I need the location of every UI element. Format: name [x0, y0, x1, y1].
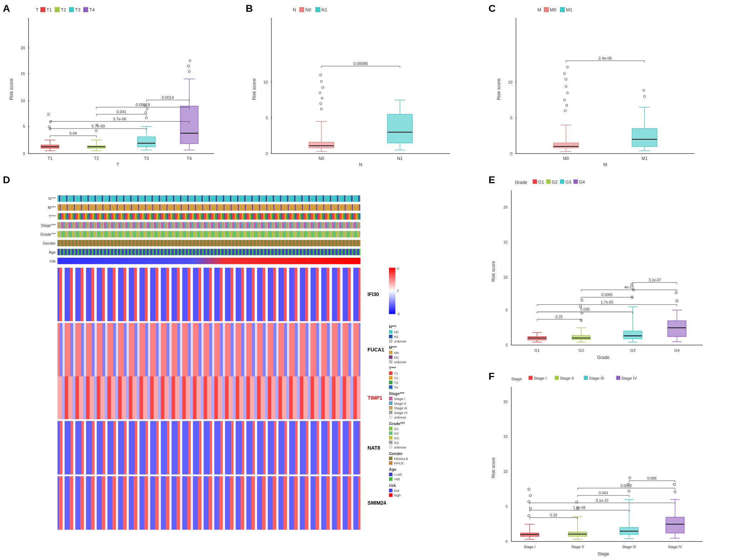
- panel-e-plot: Grade G1 G2 G3 G4 0 5 10 15 20 Risk scor…: [489, 175, 728, 364]
- x-tick-T1: T1: [47, 156, 52, 161]
- color-scale-mid: 2: [397, 289, 399, 292]
- outlier-T1-4: [47, 113, 50, 115]
- legend-T4-text-hm: T4: [394, 385, 398, 389]
- panel-a-plot: T T1 T2 T3 T4 0 5 10 15 20: [4, 4, 239, 168]
- pval-f2-label: 1.8e-06: [573, 506, 586, 510]
- legend-G1e-label: G1: [538, 180, 544, 185]
- legend-G1-heatmap: [389, 427, 392, 430]
- outlier-N0-5: [322, 86, 324, 89]
- y-axis-label-e: Risk score: [491, 261, 496, 282]
- outlier-SIII-1: [628, 490, 630, 492]
- legend-StageI-label: Stage I: [534, 376, 547, 380]
- box-M1: [632, 129, 657, 146]
- legend-title-N: N***: [389, 325, 396, 329]
- outlier-G4-1: [676, 300, 678, 302]
- outlier-T2-1: [95, 130, 97, 132]
- pval-b1-label: 0.00088: [354, 61, 368, 66]
- y-tick-10: 10: [21, 99, 25, 103]
- legend-N1-heatmap: [389, 335, 392, 338]
- outlier-SI-3: [528, 500, 530, 502]
- x-tick-G2: G2: [578, 348, 584, 352]
- legend-StageIII-label: Stage III: [589, 376, 604, 380]
- color-scale-bar: [389, 268, 395, 314]
- y-tick-b-5: 5: [266, 116, 268, 120]
- legend-StageIII-heatmap: [389, 406, 392, 410]
- outlier-N0-4: [319, 92, 321, 94]
- outlier-T4-2: [187, 65, 190, 67]
- pval-e1-label: 0.25: [556, 315, 563, 319]
- legend-T2-swatch: [55, 7, 60, 12]
- x-tick-StageIII: Stage III: [622, 545, 636, 549]
- legend-T4-label: T4: [89, 7, 95, 12]
- legend-age-le65-text: <=65: [394, 472, 402, 476]
- x-axis-label: T: [116, 162, 119, 167]
- box-G2: [572, 335, 591, 339]
- outlier-G2-2: [581, 312, 583, 314]
- legend-Grade-label: Grade: [515, 180, 527, 185]
- annot-risk-bar: [57, 258, 360, 264]
- legend-T3-heatmap: [389, 381, 392, 384]
- pval-e6-label: 3.2e-07: [648, 278, 661, 282]
- outlier-M0-4: [566, 92, 568, 94]
- pval-e3-label: 1.7e-05: [601, 300, 613, 304]
- pval-f3-label: 8.1e-10: [596, 499, 608, 502]
- y-tick-e-15: 15: [503, 240, 508, 244]
- legend-T1-label: T1: [46, 7, 52, 12]
- panel-ef: E Grade G1 G2 G3 G4 0 5 10 15 20: [486, 171, 732, 560]
- legend-low-text: low: [394, 489, 400, 492]
- annot-label-T: T***: [49, 214, 56, 219]
- y-tick-e-20: 20: [503, 205, 508, 209]
- legend-G3e-swatch: [560, 179, 564, 184]
- legend-Stage-label: Stage: [511, 376, 522, 381]
- panel-b-plot: N N0 N1 0 5 10 Risk score N0 N1 N: [246, 4, 482, 168]
- color-scale-bot: -2: [397, 312, 400, 316]
- y-tick-5: 5: [23, 124, 25, 129]
- x-axis-label-f: Stage: [597, 551, 609, 556]
- legend-G2e-label: G2: [552, 180, 558, 185]
- legend-title-M: M***: [389, 345, 397, 350]
- legend-G4e-label: G4: [579, 180, 585, 185]
- pval-f6-label: 0.088: [647, 476, 657, 480]
- legend-StageIV-swatch: [616, 376, 620, 380]
- pval-f5-label: 0.0018: [621, 484, 632, 488]
- legend-G2-heatmap: [389, 431, 392, 435]
- legend-StageII-text: Stage II: [394, 401, 406, 405]
- outlier-M1-1: [643, 95, 646, 98]
- outlier-M0-3: [563, 99, 566, 101]
- box-G3: [623, 331, 642, 339]
- legend-G4-text-hm: G4: [394, 441, 399, 445]
- legend-M0-heatmap: [389, 351, 392, 354]
- legend-N-label: N: [293, 7, 296, 12]
- panel-e: E Grade G1 G2 G3 G4 0 5 10 15 20: [486, 171, 732, 368]
- legend-N1-text: N1: [394, 335, 398, 339]
- legend-M1-label: M1: [566, 7, 572, 12]
- panel-c-label: C: [488, 3, 496, 14]
- x-tick-StageIV: Stage IV: [668, 545, 682, 549]
- legend-StageI-heatmap: [389, 397, 392, 400]
- outlier-T3-3: [146, 108, 148, 110]
- pval-c1-label: 2.4e-06: [598, 56, 612, 60]
- outlier-T3-1: [145, 117, 147, 119]
- legend-N0-heatmap: [389, 330, 392, 334]
- legend-StageII-label: Stage II: [560, 376, 574, 380]
- legend-T2-heatmap: [389, 376, 392, 380]
- y-axis-label-f: Risk score: [491, 458, 496, 478]
- box-N1: [387, 114, 412, 143]
- panel-c-plot: M M0 M1 0 5 10 Risk score M0 M1 M: [489, 4, 728, 168]
- legend-N1-label: N1: [321, 7, 327, 12]
- legend-Stageunknow-text: unknow: [394, 415, 406, 419]
- y-tick-e-0: 0: [506, 343, 508, 347]
- panel-a: A T T1 T2 T3 T4 0 5 10 15: [0, 0, 243, 171]
- legend-Nunknow-text: unknow: [394, 339, 406, 343]
- annot-Gender-bar: [57, 240, 360, 246]
- outlier-M0-5: [565, 85, 567, 88]
- outlier-M0-2: [566, 104, 568, 106]
- x-tick-N1: N1: [397, 156, 403, 161]
- box-T3: [137, 137, 155, 147]
- gene-label-IFI30: IFI30: [367, 291, 379, 297]
- legend-age-gt65-heatmap: [389, 477, 392, 481]
- legend-M0-swatch: [544, 7, 549, 12]
- outlier-SI-5: [528, 488, 530, 490]
- outlier-N0-2: [320, 102, 322, 105]
- outlier-N0-6: [320, 80, 322, 82]
